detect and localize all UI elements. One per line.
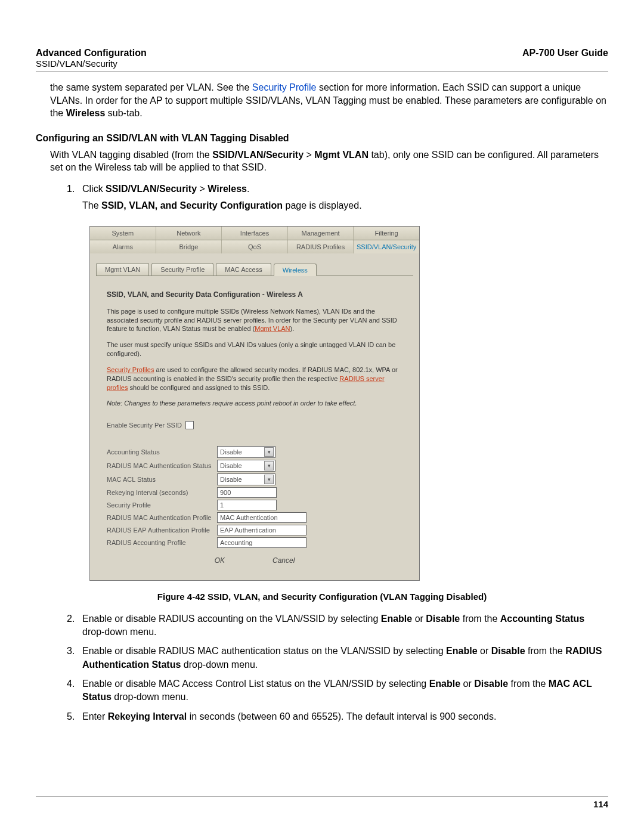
form-row: Security Profile1 — [107, 500, 402, 510]
step-item: 5.Enter Rekeying Interval in seconds (be… — [67, 710, 608, 723]
config-screenshot: SystemNetworkInterfacesManagementFilteri… — [89, 226, 420, 581]
tab-interfaces[interactable]: Interfaces — [222, 227, 288, 240]
guide-name: AP-700 User Guide — [522, 48, 608, 69]
tab-filtering[interactable]: Filtering — [354, 227, 419, 240]
subtab-security-profile[interactable]: Security Profile — [151, 263, 213, 275]
tab-management[interactable]: Management — [288, 227, 354, 240]
select-mac-acl-status[interactable]: Disable▾ — [217, 473, 275, 485]
form-row: RADIUS EAP Authentication ProfileEAP Aut… — [107, 525, 402, 535]
form-label: Rekeying Interval (seconds) — [107, 489, 217, 496]
tab-system[interactable]: System — [90, 227, 156, 240]
subtab-mgmt-vlan[interactable]: Mgmt VLAN — [96, 263, 149, 275]
form-row: RADIUS MAC Authentication StatusDisable▾ — [107, 460, 402, 472]
cancel-button[interactable]: Cancel — [273, 556, 295, 565]
input-radius-accounting-profile[interactable]: Accounting — [217, 537, 306, 548]
step-item: 2.Enable or disable RADIUS accounting on… — [67, 612, 608, 639]
tab-ssid-vlan-security[interactable]: SSID/VLAN/Security — [354, 240, 419, 253]
figure-caption: Figure 4-42 SSID, VLAN, and Security Con… — [36, 592, 608, 602]
section-heading: Configuring an SSID/VLAN with VLAN Taggi… — [36, 133, 608, 144]
form-row: RADIUS Accounting ProfileAccounting — [107, 537, 402, 548]
form-label: RADIUS EAP Authentication Profile — [107, 527, 217, 534]
input-radius-eap-authentication-profile[interactable]: EAP Authentication — [217, 525, 306, 535]
input-rekeying-interval-seconds-[interactable]: 900 — [217, 487, 277, 498]
shot-paragraph-1: This page is used to configure multiple … — [107, 307, 402, 334]
chevron-down-icon: ▾ — [264, 475, 274, 484]
security-profiles-link[interactable]: Security Profiles — [107, 366, 154, 373]
ok-button[interactable]: OK — [215, 556, 225, 565]
form-row: MAC ACL StatusDisable▾ — [107, 473, 402, 485]
tab-qos[interactable]: QoS — [222, 240, 288, 253]
select-radius-mac-authentication-status[interactable]: Disable▾ — [217, 460, 275, 472]
select-accounting-status[interactable]: Disable▾ — [217, 446, 275, 458]
step-item: 4.Enable or disable MAC Access Control L… — [67, 677, 608, 704]
security-profile-link[interactable]: Security Profile — [252, 82, 317, 92]
form-label: RADIUS MAC Authentication Profile — [107, 514, 217, 521]
step-1: 1. Click SSID/VLAN/Security > Wireless. … — [67, 182, 608, 213]
tab-bridge[interactable]: Bridge — [156, 240, 222, 253]
step-item: 3.Enable or disable RADIUS MAC authentic… — [67, 645, 608, 671]
subtab-wireless[interactable]: Wireless — [274, 264, 317, 276]
shot-paragraph-3: Security Profiles are used to configure … — [107, 366, 402, 392]
form-row: RADIUS MAC Authentication ProfileMAC Aut… — [107, 512, 402, 523]
shot-note: Note: Changes to these parameters requir… — [107, 400, 402, 407]
form-label: RADIUS MAC Authentication Status — [107, 462, 217, 469]
form-label: RADIUS Accounting Profile — [107, 539, 217, 546]
chevron-down-icon: ▾ — [264, 447, 274, 457]
header-subtitle: SSID/VLAN/Security — [36, 58, 147, 69]
tab-network[interactable]: Network — [156, 227, 222, 240]
header-title: Advanced Configuration — [36, 48, 147, 58]
form-row: Rekeying Interval (seconds)900 — [107, 487, 402, 498]
input-security-profile[interactable]: 1 — [217, 500, 277, 510]
subtab-mac-access[interactable]: MAC Access — [216, 263, 271, 275]
input-radius-mac-authentication-profile[interactable]: MAC Authentication — [217, 512, 306, 523]
enable-security-checkbox[interactable] — [185, 421, 194, 429]
shot-paragraph-2: The user must specify unique SSIDs and V… — [107, 340, 402, 358]
chevron-down-icon: ▾ — [264, 461, 274, 470]
form-row: Accounting StatusDisable▾ — [107, 446, 402, 458]
form-label: Accounting Status — [107, 448, 217, 456]
intro-paragraph: the same system separated per VLAN. See … — [50, 81, 608, 120]
mgmt-vlan-link[interactable]: Mgmt VLAN — [255, 325, 290, 332]
form-label: Security Profile — [107, 501, 217, 509]
tab-radius-profiles[interactable]: RADIUS Profiles — [288, 240, 354, 253]
section-paragraph: With VLAN tagging disabled (from the SSI… — [50, 148, 608, 174]
form-label: MAC ACL Status — [107, 476, 217, 483]
tab-alarms[interactable]: Alarms — [90, 240, 156, 253]
enable-security-label: Enable Security Per SSID — [107, 422, 182, 429]
shot-title: SSID, VLAN, and Security Data Configurat… — [107, 290, 402, 299]
page-number: 114 — [36, 796, 608, 809]
